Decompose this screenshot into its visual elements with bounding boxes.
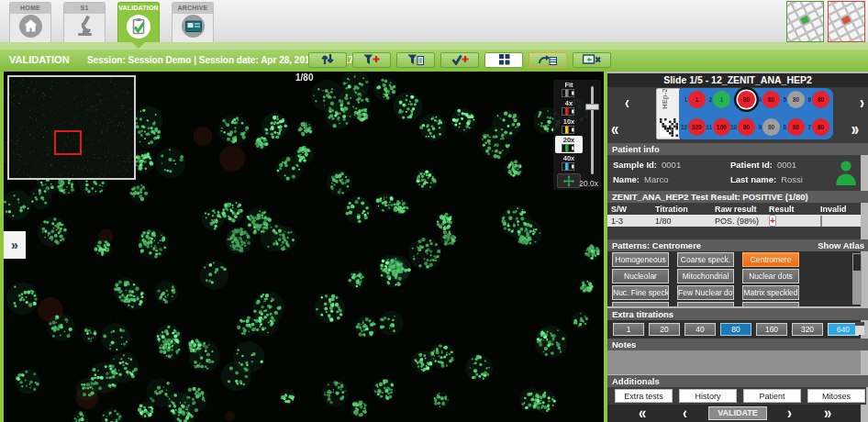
well-number: 12 [681, 124, 687, 130]
pattern-button-few-nuclear-dots[interactable]: Few Nuclear dots [677, 285, 734, 300]
pattern-button-coarse-speck-[interactable]: Coarse speck. [677, 252, 734, 267]
well-6[interactable]: 6 80 [805, 91, 829, 108]
well-circle[interactable]: 80 [787, 118, 805, 136]
well-circle[interactable]: 80 [762, 118, 780, 136]
extra-tests-button[interactable]: Extra tests [615, 389, 673, 403]
well-7[interactable]: 7 80 [805, 118, 829, 136]
tab-home[interactable]: HOME [9, 2, 51, 42]
well-10[interactable]: 10 80 [730, 118, 755, 136]
toolbar-buttons [308, 52, 611, 68]
result-table-row[interactable]: 1-3 1/80 POS. (98%) + [607, 215, 861, 227]
pattern-button-nuclear-dots[interactable]: Nuclear dots [742, 269, 799, 283]
titrations-scrollbar[interactable] [855, 322, 864, 335]
well-8[interactable]: 8 80 [780, 118, 805, 136]
first-slide-button[interactable]: « [611, 121, 617, 138]
zoom-slider-handle[interactable] [585, 104, 599, 110]
filter-report-icon [407, 52, 424, 69]
expand-sidebar-button[interactable]: » [4, 231, 26, 259]
well-circle[interactable]: 1 [688, 91, 706, 108]
sort-button[interactable] [308, 52, 347, 68]
titration-button-40[interactable]: 40 [684, 323, 716, 336]
zoom-4x-button[interactable]: 4x [555, 99, 583, 117]
name-value: Marco [644, 174, 668, 184]
well-circle[interactable]: 1 [713, 91, 730, 108]
pattern-button-centromere[interactable]: Centromere [742, 252, 799, 267]
titration-button-320[interactable]: 320 [792, 323, 823, 336]
pattern-button-nuc-fine-speck-[interactable]: Nuc. Fine speck. [612, 285, 669, 300]
well-circle[interactable]: 160 [713, 118, 730, 136]
well-12[interactable]: 12 320 [681, 118, 706, 136]
plus-positive-icon[interactable]: + [769, 215, 776, 227]
titrations-scroll-thumb[interactable] [855, 322, 864, 326]
titration-button-160[interactable]: 160 [756, 323, 787, 336]
zoom-40x-button[interactable]: 40x [555, 154, 583, 172]
bottom-navigation: « ‹ VALIDATE › » [607, 405, 861, 422]
mitoses-button[interactable]: Mitoses [807, 389, 865, 403]
zoom-slider-track[interactable] [591, 86, 594, 174]
section-gap [607, 227, 861, 239]
filter-add-button[interactable] [352, 52, 391, 68]
patient-person-icon[interactable] [835, 160, 857, 185]
well-2[interactable]: 2 1 [706, 91, 730, 108]
pattern-button-partial[interactable] [612, 302, 669, 306]
objective-icon [562, 162, 576, 171]
zoom-fit-button[interactable]: Fit [555, 81, 583, 98]
well-9[interactable]: 9 80 [755, 118, 780, 136]
prev-slide-button[interactable]: ‹ [625, 94, 629, 110]
view-region-rectangle[interactable] [54, 130, 82, 155]
well-4[interactable]: 4 80 [755, 91, 780, 108]
tab-validation[interactable]: VALIDATION [117, 2, 160, 42]
well-3[interactable]: 3 80 [730, 91, 755, 108]
last-well-button[interactable]: » [824, 403, 829, 421]
check-add-button[interactable] [440, 52, 479, 68]
titration-button-20[interactable]: 20 [649, 323, 680, 336]
history-button[interactable]: History [679, 389, 737, 403]
show-atlas-link[interactable]: Show Atlas [818, 239, 864, 251]
patterns-panel: HomogeneousCoarse speck.CentromereNucleo… [607, 251, 861, 306]
prev-well-button[interactable]: ‹ [683, 403, 687, 421]
overview-thumbnail[interactable] [7, 75, 136, 180]
grid-view-button[interactable] [484, 52, 523, 68]
pattern-button-nucleolar[interactable]: Nucleolar [612, 269, 669, 283]
abort-key-button[interactable] [828, 1, 865, 42]
patterns-scroll-thumb[interactable] [853, 254, 861, 271]
notes-input[interactable] [607, 350, 861, 374]
tab-s1[interactable]: S1 [63, 2, 106, 42]
next-slide-button[interactable]: › [860, 94, 864, 110]
well-circle[interactable]: 80 [812, 91, 829, 108]
well-11[interactable]: 11 160 [706, 118, 730, 136]
zoom-20x-button[interactable]: 20x [555, 136, 583, 153]
pattern-button-mitochondrial[interactable]: Mitochondrial [677, 269, 734, 283]
titration-button-1[interactable]: 1 [613, 323, 644, 336]
titration-button-640[interactable]: 640 [828, 323, 859, 336]
fluorescence-viewer[interactable]: 1/80 » Fit 4x 10x 20x 40x [4, 72, 604, 422]
filter-report-button[interactable] [396, 52, 435, 68]
zoom-10x-button[interactable]: 10x [555, 117, 583, 135]
well-circle[interactable]: 320 [688, 118, 706, 136]
well-circle[interactable]: 80 [738, 118, 755, 136]
patterns-scrollbar[interactable] [852, 253, 862, 305]
well-circle[interactable]: 80 [762, 91, 780, 108]
well-circle[interactable]: 80 [738, 91, 755, 108]
well-circle[interactable]: 80 [787, 91, 805, 108]
well-1[interactable]: 1 1 [681, 91, 706, 108]
pattern-button-partial[interactable] [742, 302, 799, 306]
first-well-button[interactable]: « [639, 403, 644, 421]
validate-key-button[interactable] [786, 1, 824, 42]
pattern-button-partial[interactable] [677, 302, 734, 306]
well-circle[interactable]: 80 [812, 118, 829, 136]
validate-button[interactable]: VALIDATE [708, 406, 767, 420]
close-screen-button[interactable] [573, 52, 611, 68]
send-to-list-button[interactable] [529, 52, 567, 68]
next-well-button[interactable]: › [787, 403, 792, 421]
pattern-button-homogeneous[interactable]: Homogeneous [612, 252, 669, 267]
pan-tool-button[interactable] [557, 173, 581, 188]
invalid-checkbox[interactable] [820, 216, 822, 227]
last-slide-button[interactable]: » [851, 121, 857, 138]
well-5[interactable]: 5 80 [780, 91, 805, 108]
well-titration-value: 1 [720, 96, 724, 103]
pattern-button-matrix-speckled[interactable]: Matrix speckled [742, 285, 799, 300]
titration-button-80[interactable]: 80 [720, 323, 751, 336]
tab-archive[interactable]: ARCHIVE [172, 2, 214, 42]
patient-button[interactable]: Patient [743, 389, 801, 403]
